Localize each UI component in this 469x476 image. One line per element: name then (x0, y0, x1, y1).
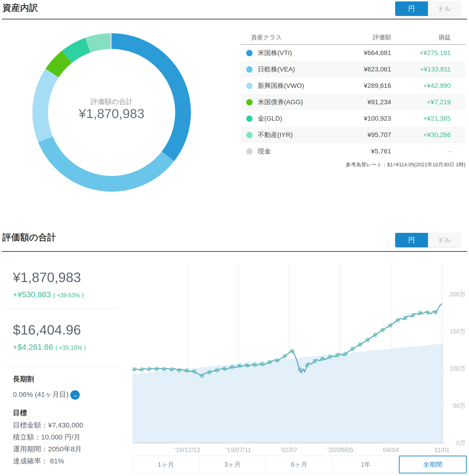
toggle-dollar-button[interactable]: ドル (428, 233, 461, 247)
deposit-marker (267, 360, 272, 365)
asset-table-row: 米国株(VTI)¥664,681+¥275,181 (241, 45, 466, 61)
period-button-3ヶ月[interactable]: 3ヶ月 (199, 456, 266, 474)
deposit-marker (350, 347, 355, 351)
deposit-marker (335, 353, 340, 357)
currency-toggle-breakdown: 円 ドル (395, 1, 461, 16)
y-axis-tick (444, 406, 446, 406)
column-header-profit: 損益 (413, 33, 451, 41)
deposit-marker (200, 373, 204, 378)
deposit-marker (418, 311, 423, 315)
y-axis-tick (444, 443, 446, 443)
deposit-marker (358, 342, 363, 347)
deposit-marker (245, 363, 250, 368)
breakdown-section-title: 資産内訳 (2, 2, 38, 14)
y-axis-tick (444, 294, 446, 294)
asset-label: 新興国株(VWO) (258, 81, 304, 90)
period-button-6ヶ月[interactable]: 6ヶ月 (266, 456, 333, 474)
longterm-discount-heading: 長期割 (13, 374, 34, 384)
deposit-marker (395, 318, 400, 323)
arrow-right-icon: → (72, 391, 78, 399)
asset-color-dot-icon (246, 132, 252, 138)
deposit-marker (365, 338, 370, 342)
gain-amount-yen: +¥530,983 (13, 290, 51, 299)
asset-valuation: ¥623,061 (364, 65, 391, 73)
asset-label: 不動産(IYR) (258, 130, 293, 139)
deposit-marker (154, 367, 159, 371)
asset-label: 米国株(VTI) (258, 48, 292, 57)
deposit-marker (147, 367, 151, 372)
total-section-title: 評価額の合計 (2, 231, 56, 243)
goal-heading: 目標 (13, 408, 27, 418)
longterm-detail-arrow-button[interactable]: → (70, 390, 80, 400)
y-axis-tick (444, 368, 446, 369)
asset-profit: +¥133,811 (420, 65, 451, 73)
y-axis-label: 50万 (447, 402, 466, 410)
goal-monthly-deposit: 積立額：10,000 円/月 (13, 432, 81, 442)
deposit-marker (192, 369, 197, 374)
portfolio-value-line-chart[interactable] (133, 253, 443, 444)
period-button-1年[interactable]: 1年 (332, 456, 399, 474)
y-axis-label: 200万 (447, 290, 466, 298)
deposit-marker (133, 367, 136, 372)
asset-table-row: 新興国株(VWO)¥289,616+¥42,990 (241, 78, 466, 94)
goal-horizon: 運用期間：2050年8月 (13, 444, 82, 454)
deposit-marker (320, 356, 325, 361)
deposit-marker (328, 354, 332, 359)
x-axis-label: '18/12/12 (162, 446, 213, 454)
asset-table-row: 現金¥5,761- (241, 143, 466, 159)
donut-segment-1 (38, 136, 174, 192)
deposit-marker (260, 362, 265, 367)
asset-label: 現金 (258, 147, 271, 156)
period-button-全期間[interactable]: 全期間 (399, 456, 467, 474)
section-divider (2, 251, 467, 252)
donut-center-label: 評価額の合計 (32, 97, 191, 107)
deposit-marker (282, 354, 287, 358)
panel-divider (2, 309, 119, 309)
deposit-marker (252, 362, 257, 367)
y-axis-label: 0万 (447, 439, 466, 447)
goal-target-amount: 目標金額：¥7,430,000 (13, 420, 83, 430)
x-axis-label: 02/07 (264, 446, 315, 454)
deposit-marker (169, 367, 174, 372)
deposit-marker (237, 364, 242, 368)
panel-divider (2, 366, 119, 366)
principal-area (133, 343, 443, 443)
asset-profit: +¥21,385 (423, 115, 451, 122)
toggle-dollar-button[interactable]: ドル (428, 1, 461, 16)
section-divider (2, 19, 467, 19)
donut-center-value: ¥1,870,983 (32, 106, 191, 121)
asset-valuation: ¥5,761 (371, 148, 391, 155)
asset-color-dot-icon (246, 99, 252, 105)
deposit-marker (230, 365, 234, 369)
deposit-marker (222, 366, 227, 371)
deposit-marker (313, 359, 317, 363)
toggle-yen-button[interactable]: 円 (395, 233, 428, 247)
toggle-yen-button[interactable]: 円 (395, 1, 428, 16)
period-button-1ヶ月[interactable]: 1ヶ月 (133, 456, 199, 474)
wealth-dashboard: { "colors": { "accent_blue": "#1787c9", … (0, 0, 469, 476)
deposit-marker (433, 310, 438, 315)
asset-label: 米国債券(AGG) (258, 98, 303, 107)
gain-amount-usd: +$4,261.86 (13, 342, 53, 351)
asset-table-row: 米国債券(AGG)¥91,234+¥7,219 (241, 94, 466, 110)
deposit-marker (207, 370, 212, 374)
gain-percent-yen: ( +39.63% ) (53, 292, 84, 299)
asset-color-dot-icon (246, 66, 252, 73)
y-axis-label: 100万 (447, 365, 466, 372)
total-value-usd: $16,404.96 (13, 322, 81, 338)
total-gain-usd: +$4,261.86( +35.10% ) (13, 342, 86, 352)
deposit-marker (426, 310, 430, 315)
x-axis-label: 11/01 (416, 446, 468, 454)
deposit-marker (290, 349, 295, 353)
asset-color-dot-icon (246, 148, 252, 155)
y-axis-label: 150万 (447, 328, 466, 335)
column-header-asset-class: 資産クラス (251, 33, 282, 41)
deposit-marker (380, 328, 385, 332)
total-value-yen: ¥1,870,983 (13, 270, 81, 285)
deposit-marker (403, 316, 408, 320)
asset-valuation: ¥289,616 (364, 82, 391, 90)
asset-table-row: 日欧株(VEA)¥623,061+¥133,811 (241, 61, 466, 78)
asset-color-dot-icon (246, 115, 252, 122)
gain-percent-usd: ( +35.10% ) (55, 344, 86, 351)
currency-toggle-total: 円 ドル (395, 233, 461, 247)
